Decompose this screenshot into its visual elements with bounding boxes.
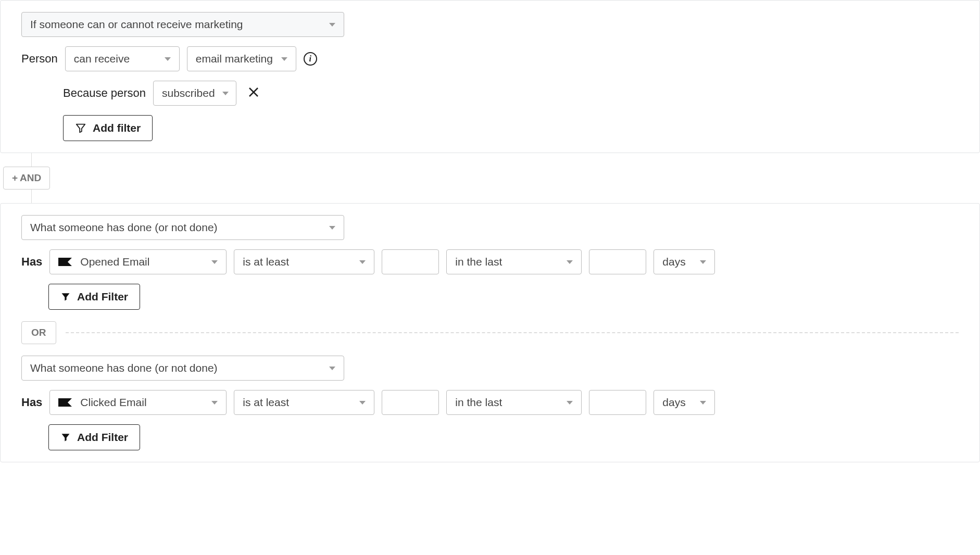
comparator-label: is at least — [243, 396, 352, 409]
timeframe-select-2[interactable]: in the last — [446, 390, 582, 415]
unit-label: days — [662, 256, 693, 268]
chevron-down-icon — [222, 92, 229, 95]
add-filter-label: Add Filter — [77, 431, 128, 444]
chevron-down-icon — [211, 401, 218, 405]
reason-select[interactable]: subscribed — [153, 81, 236, 106]
comparator-select-1[interactable]: is at least — [234, 249, 374, 274]
chevron-down-icon — [165, 57, 171, 61]
svg-marker-2 — [58, 258, 72, 266]
chevron-down-icon — [700, 260, 706, 264]
amount-input-1[interactable] — [589, 249, 646, 274]
person-label: Person — [21, 52, 58, 66]
add-filter-button-2[interactable]: Add Filter — [48, 424, 140, 450]
or-badge[interactable]: OR — [21, 321, 56, 344]
remove-reason-icon[interactable] — [244, 85, 263, 102]
event-label: Clicked Email — [80, 396, 196, 409]
amount-input-2[interactable] — [589, 390, 646, 415]
has-label-2: Has — [21, 396, 42, 409]
chevron-down-icon — [281, 57, 287, 61]
because-person-label: Because person — [63, 86, 146, 100]
dashed-line — [66, 332, 959, 333]
chevron-down-icon — [359, 401, 366, 405]
chevron-down-icon — [359, 260, 366, 264]
has-label: Has — [21, 255, 42, 269]
svg-marker-3 — [58, 398, 72, 407]
condition-type-select-2b[interactable]: What someone has done (or not done) — [21, 356, 344, 381]
add-filter-button-1[interactable]: Add Filter — [48, 284, 140, 310]
timeframe-select-1[interactable]: in the last — [446, 249, 582, 274]
event-select-1[interactable]: Opened Email — [49, 249, 227, 274]
condition-type-label: If someone can or cannot receive marketi… — [30, 18, 322, 31]
chevron-down-icon — [329, 367, 335, 370]
condition-block-activity: What someone has done (or not done) Has … — [0, 203, 980, 462]
filter-solid-icon — [60, 432, 71, 443]
channel-label: email marketing — [196, 53, 274, 65]
chevron-down-icon — [211, 260, 218, 264]
and-connector: + AND — [0, 153, 980, 203]
condition-type-label: What someone has done (or not done) — [30, 221, 322, 234]
event-label: Opened Email — [80, 256, 196, 268]
filter-outline-icon — [75, 122, 86, 134]
flag-icon — [58, 397, 72, 408]
count-input-2[interactable] — [382, 390, 439, 415]
count-input-1[interactable] — [382, 249, 439, 274]
timeframe-label: in the last — [455, 396, 559, 409]
chevron-down-icon — [329, 23, 335, 27]
chevron-down-icon — [700, 401, 706, 405]
flag-icon — [58, 257, 72, 267]
event-select-2[interactable]: Clicked Email — [49, 390, 227, 415]
unit-select-2[interactable]: days — [654, 390, 715, 415]
or-divider: OR — [21, 321, 959, 344]
info-icon[interactable]: i — [304, 52, 317, 66]
reason-label: subscribed — [162, 87, 215, 99]
close-icon — [248, 86, 259, 98]
channel-select[interactable]: email marketing — [187, 46, 296, 71]
add-filter-label: Add filter — [93, 122, 141, 134]
add-and-button[interactable]: + AND — [3, 167, 50, 190]
condition-type-select[interactable]: If someone can or cannot receive marketi… — [21, 12, 344, 37]
condition-block-marketing: If someone can or cannot receive marketi… — [0, 0, 980, 153]
add-filter-label: Add Filter — [77, 291, 128, 303]
condition-type-label: What someone has done (or not done) — [30, 362, 322, 374]
can-receive-label: can receive — [74, 53, 157, 65]
comparator-label: is at least — [243, 256, 352, 268]
can-receive-select[interactable]: can receive — [65, 46, 180, 71]
chevron-down-icon — [329, 226, 335, 230]
timeframe-label: in the last — [455, 256, 559, 268]
filter-solid-icon — [60, 292, 71, 302]
condition-type-select-2a[interactable]: What someone has done (or not done) — [21, 215, 344, 240]
comparator-select-2[interactable]: is at least — [234, 390, 374, 415]
and-label: AND — [20, 172, 41, 184]
add-filter-button[interactable]: Add filter — [63, 115, 153, 141]
chevron-down-icon — [567, 260, 573, 264]
unit-select-1[interactable]: days — [654, 249, 715, 274]
plus-icon: + — [12, 172, 18, 184]
unit-label: days — [662, 396, 693, 409]
or-label: OR — [31, 327, 46, 338]
chevron-down-icon — [567, 401, 573, 405]
